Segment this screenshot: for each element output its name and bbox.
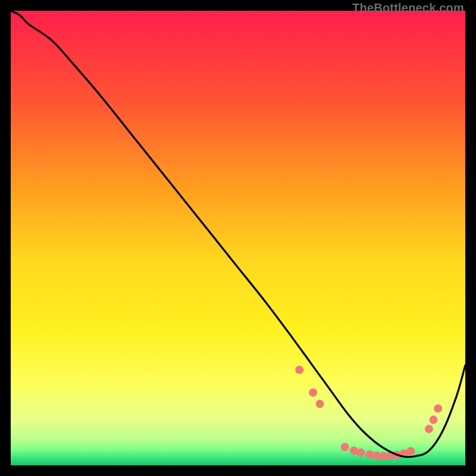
chart-marker <box>316 400 324 408</box>
chart-marker <box>295 366 303 374</box>
chart-stage: TheBottleneck.com <box>0 0 476 476</box>
chart-marker <box>434 405 442 413</box>
chart-marker <box>341 443 349 451</box>
chart-marker <box>430 416 438 424</box>
chart-marker <box>406 447 415 455</box>
chart-plot <box>11 11 465 465</box>
chart-svg <box>11 11 465 465</box>
chart-marker <box>425 425 433 433</box>
chart-background <box>11 11 465 465</box>
watermark-text: TheBottleneck.com <box>352 1 464 15</box>
chart-marker <box>356 449 365 457</box>
chart-marker <box>309 389 317 397</box>
